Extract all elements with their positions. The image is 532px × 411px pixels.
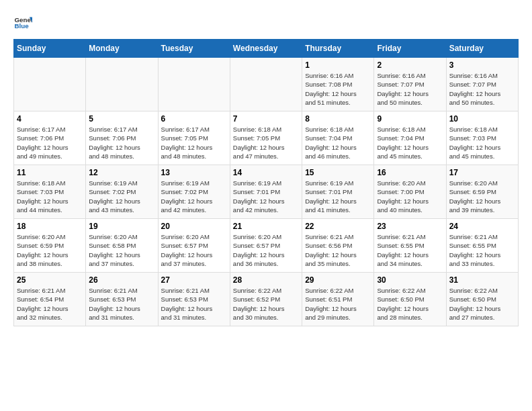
- day-info: Sunrise: 6:22 AM Sunset: 6:50 PM Dayligh…: [377, 286, 443, 322]
- calendar-cell: 28Sunrise: 6:22 AM Sunset: 6:52 PM Dayli…: [230, 273, 302, 326]
- day-info: Sunrise: 6:18 AM Sunset: 7:04 PM Dayligh…: [377, 125, 443, 161]
- calendar-cell: 15Sunrise: 6:19 AM Sunset: 7:01 PM Dayli…: [302, 165, 374, 219]
- day-number: 3: [449, 60, 515, 70]
- day-info: Sunrise: 6:16 AM Sunset: 7:07 PM Dayligh…: [449, 71, 515, 107]
- day-number: 23: [377, 222, 443, 231]
- logo: General Blue: [13, 13, 32, 32]
- calendar-cell: 16Sunrise: 6:20 AM Sunset: 7:00 PM Dayli…: [374, 165, 446, 219]
- calendar-cell: 30Sunrise: 6:22 AM Sunset: 6:50 PM Dayli…: [374, 273, 446, 326]
- day-info: Sunrise: 6:21 AM Sunset: 6:53 PM Dayligh…: [89, 286, 154, 322]
- day-info: Sunrise: 6:18 AM Sunset: 7:05 PM Dayligh…: [233, 125, 299, 161]
- calendar-cell: 8Sunrise: 6:18 AM Sunset: 7:04 PM Daylig…: [302, 111, 374, 165]
- day-info: Sunrise: 6:19 AM Sunset: 7:02 PM Dayligh…: [161, 179, 227, 214]
- day-info: Sunrise: 6:16 AM Sunset: 7:07 PM Dayligh…: [377, 71, 443, 107]
- day-info: Sunrise: 6:18 AM Sunset: 7:04 PM Dayligh…: [305, 125, 371, 161]
- day-number: 25: [17, 275, 83, 285]
- day-number: 15: [305, 168, 371, 177]
- logo-icon: General Blue: [13, 13, 32, 32]
- day-number: 6: [161, 114, 227, 124]
- day-number: 20: [161, 222, 227, 231]
- day-info: Sunrise: 6:21 AM Sunset: 6:56 PM Dayligh…: [305, 232, 371, 268]
- calendar-cell: 6Sunrise: 6:17 AM Sunset: 7:05 PM Daylig…: [158, 111, 230, 165]
- calendar-cell: 22Sunrise: 6:21 AM Sunset: 6:56 PM Dayli…: [302, 219, 374, 273]
- day-info: Sunrise: 6:17 AM Sunset: 7:06 PM Dayligh…: [89, 125, 154, 161]
- day-number: 2: [377, 60, 443, 70]
- calendar-cell: 31Sunrise: 6:22 AM Sunset: 6:50 PM Dayli…: [446, 273, 518, 326]
- col-header-thursday: Thursday: [302, 40, 374, 58]
- day-number: 31: [449, 275, 515, 285]
- day-number: 26: [89, 275, 154, 285]
- day-info: Sunrise: 6:20 AM Sunset: 7:00 PM Dayligh…: [377, 179, 443, 214]
- col-header-tuesday: Tuesday: [158, 40, 230, 58]
- day-number: 22: [305, 222, 371, 231]
- day-info: Sunrise: 6:21 AM Sunset: 6:55 PM Dayligh…: [377, 232, 443, 268]
- calendar-cell: 23Sunrise: 6:21 AM Sunset: 6:55 PM Dayli…: [374, 219, 446, 273]
- day-info: Sunrise: 6:18 AM Sunset: 7:03 PM Dayligh…: [17, 179, 83, 214]
- col-header-sunday: Sunday: [14, 40, 86, 58]
- day-info: Sunrise: 6:20 AM Sunset: 6:57 PM Dayligh…: [233, 232, 299, 268]
- day-info: Sunrise: 6:18 AM Sunset: 7:03 PM Dayligh…: [449, 125, 515, 161]
- calendar-cell: [86, 58, 158, 111]
- day-number: 5: [89, 114, 154, 124]
- day-info: Sunrise: 6:19 AM Sunset: 7:02 PM Dayligh…: [89, 179, 154, 214]
- col-header-saturday: Saturday: [446, 40, 518, 58]
- week-row-1: 1Sunrise: 6:16 AM Sunset: 7:08 PM Daylig…: [14, 58, 519, 111]
- calendar-cell: 27Sunrise: 6:21 AM Sunset: 6:53 PM Dayli…: [158, 273, 230, 326]
- calendar-cell: 29Sunrise: 6:22 AM Sunset: 6:51 PM Dayli…: [302, 273, 374, 326]
- day-info: Sunrise: 6:20 AM Sunset: 6:58 PM Dayligh…: [89, 232, 154, 268]
- day-number: 13: [161, 168, 227, 177]
- day-info: Sunrise: 6:19 AM Sunset: 7:01 PM Dayligh…: [233, 179, 299, 214]
- calendar-cell: [158, 58, 230, 111]
- day-info: Sunrise: 6:22 AM Sunset: 6:52 PM Dayligh…: [233, 286, 299, 322]
- calendar-cell: 12Sunrise: 6:19 AM Sunset: 7:02 PM Dayli…: [86, 165, 158, 219]
- day-number: 19: [89, 222, 154, 231]
- calendar-cell: 7Sunrise: 6:18 AM Sunset: 7:05 PM Daylig…: [230, 111, 302, 165]
- day-info: Sunrise: 6:20 AM Sunset: 6:59 PM Dayligh…: [17, 232, 83, 268]
- svg-text:Blue: Blue: [14, 22, 29, 30]
- day-number: 17: [449, 168, 515, 177]
- day-info: Sunrise: 6:16 AM Sunset: 7:08 PM Dayligh…: [305, 71, 371, 107]
- day-number: 10: [449, 114, 515, 124]
- day-info: Sunrise: 6:21 AM Sunset: 6:54 PM Dayligh…: [17, 286, 83, 322]
- day-number: 27: [161, 275, 227, 285]
- calendar-cell: 3Sunrise: 6:16 AM Sunset: 7:07 PM Daylig…: [446, 58, 518, 111]
- col-header-wednesday: Wednesday: [230, 40, 302, 58]
- day-info: Sunrise: 6:17 AM Sunset: 7:05 PM Dayligh…: [161, 125, 227, 161]
- calendar-cell: 24Sunrise: 6:21 AM Sunset: 6:55 PM Dayli…: [446, 219, 518, 273]
- calendar-cell: 19Sunrise: 6:20 AM Sunset: 6:58 PM Dayli…: [86, 219, 158, 273]
- day-info: Sunrise: 6:21 AM Sunset: 6:55 PM Dayligh…: [449, 232, 515, 268]
- day-info: Sunrise: 6:20 AM Sunset: 6:57 PM Dayligh…: [161, 232, 227, 268]
- day-info: Sunrise: 6:21 AM Sunset: 6:53 PM Dayligh…: [161, 286, 227, 322]
- day-info: Sunrise: 6:22 AM Sunset: 6:50 PM Dayligh…: [449, 286, 515, 322]
- col-header-monday: Monday: [86, 40, 158, 58]
- calendar-cell: 4Sunrise: 6:17 AM Sunset: 7:06 PM Daylig…: [14, 111, 86, 165]
- day-number: 18: [17, 222, 83, 231]
- calendar-cell: 2Sunrise: 6:16 AM Sunset: 7:07 PM Daylig…: [374, 58, 446, 111]
- header-row: SundayMondayTuesdayWednesdayThursdayFrid…: [14, 40, 519, 58]
- col-header-friday: Friday: [374, 40, 446, 58]
- day-number: 4: [17, 114, 83, 124]
- calendar-cell: 17Sunrise: 6:20 AM Sunset: 6:59 PM Dayli…: [446, 165, 518, 219]
- calendar-cell: 1Sunrise: 6:16 AM Sunset: 7:08 PM Daylig…: [302, 58, 374, 111]
- calendar-cell: 21Sunrise: 6:20 AM Sunset: 6:57 PM Dayli…: [230, 219, 302, 273]
- week-row-4: 18Sunrise: 6:20 AM Sunset: 6:59 PM Dayli…: [14, 219, 519, 273]
- day-number: 8: [305, 114, 371, 124]
- week-row-5: 25Sunrise: 6:21 AM Sunset: 6:54 PM Dayli…: [14, 273, 519, 326]
- calendar-cell: 10Sunrise: 6:18 AM Sunset: 7:03 PM Dayli…: [446, 111, 518, 165]
- day-info: Sunrise: 6:19 AM Sunset: 7:01 PM Dayligh…: [305, 179, 371, 214]
- day-number: 14: [233, 168, 299, 177]
- day-number: 29: [305, 275, 371, 285]
- page-header: General Blue: [13, 13, 519, 32]
- week-row-2: 4Sunrise: 6:17 AM Sunset: 7:06 PM Daylig…: [14, 111, 519, 165]
- day-number: 21: [233, 222, 299, 231]
- day-number: 24: [449, 222, 515, 231]
- week-row-3: 11Sunrise: 6:18 AM Sunset: 7:03 PM Dayli…: [14, 165, 519, 219]
- calendar-cell: 20Sunrise: 6:20 AM Sunset: 6:57 PM Dayli…: [158, 219, 230, 273]
- calendar-cell: 25Sunrise: 6:21 AM Sunset: 6:54 PM Dayli…: [14, 273, 86, 326]
- calendar-cell: 9Sunrise: 6:18 AM Sunset: 7:04 PM Daylig…: [374, 111, 446, 165]
- day-info: Sunrise: 6:17 AM Sunset: 7:06 PM Dayligh…: [17, 125, 83, 161]
- day-number: 16: [377, 168, 443, 177]
- calendar-cell: [14, 58, 86, 111]
- day-number: 11: [17, 168, 83, 177]
- calendar-cell: 26Sunrise: 6:21 AM Sunset: 6:53 PM Dayli…: [86, 273, 158, 326]
